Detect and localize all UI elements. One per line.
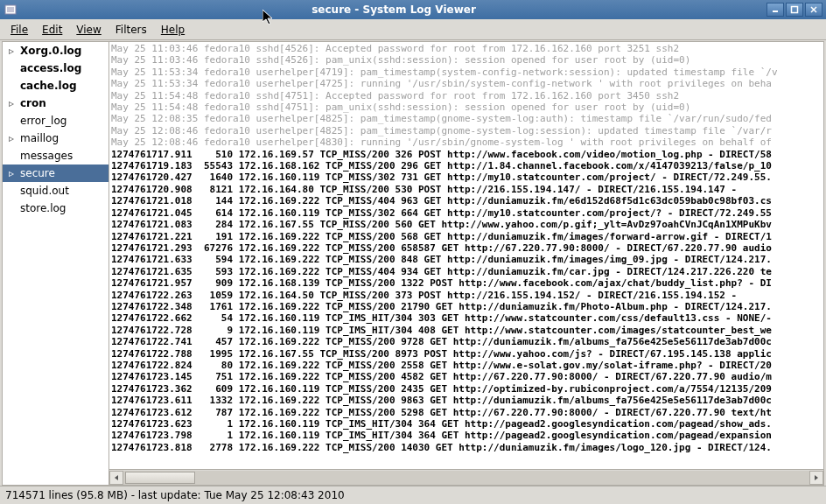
maximize-button[interactable] <box>786 3 803 17</box>
menu-filters[interactable]: Filters <box>108 22 154 38</box>
status-text: 714571 lines (95.8 MB) - last update: Tu… <box>5 489 345 501</box>
sidebar-item-label: maillog <box>17 132 59 144</box>
sidebar-item-error-log[interactable]: error_log <box>3 112 108 130</box>
expander-icon[interactable]: ▹ <box>6 132 17 144</box>
svg-marker-9 <box>815 475 818 480</box>
sidebar-item-label: secure <box>17 167 55 179</box>
expander-icon[interactable]: ▹ <box>6 167 17 179</box>
sidebar-item-label: messages <box>17 150 73 162</box>
sidebar-item-cron[interactable]: ▹cron <box>3 94 108 112</box>
sidebar-item-access-log[interactable]: access.log <box>3 60 108 77</box>
expander-icon[interactable]: ▹ <box>6 45 17 57</box>
title-bar: secure - System Log Viewer <box>0 0 826 19</box>
log-list: ▹Xorg.0.logaccess.logcache.log▹cronerror… <box>3 42 109 485</box>
close-button[interactable] <box>805 3 822 17</box>
menu-edit[interactable]: Edit <box>35 22 69 38</box>
menu-file[interactable]: File <box>4 22 35 38</box>
sidebar-item-label: cron <box>17 97 46 109</box>
sidebar-item-maillog[interactable]: ▹maillog <box>3 130 108 147</box>
log-area: May 25 11:03:46 fedora10 sshd[4526]: Acc… <box>109 42 823 485</box>
svg-marker-8 <box>115 475 118 480</box>
scroll-track[interactable] <box>123 471 809 485</box>
app-icon <box>4 3 18 17</box>
minimize-button[interactable] <box>766 3 784 17</box>
sidebar-item-label: access.log <box>17 62 81 74</box>
expander-icon[interactable]: ▹ <box>6 97 17 109</box>
window-buttons <box>766 3 826 17</box>
scroll-left-button[interactable] <box>109 471 123 485</box>
sidebar-item-label: cache.log <box>17 80 77 92</box>
status-bar: 714571 lines (95.8 MB) - last update: Tu… <box>0 486 826 503</box>
sidebar-item-squid-out[interactable]: squid.out <box>3 182 108 200</box>
sidebar-item-cache-log[interactable]: cache.log <box>3 77 108 94</box>
scroll-thumb[interactable] <box>125 472 195 484</box>
sidebar-item-messages[interactable]: messages <box>3 147 108 164</box>
sidebar-item-label: squid.out <box>17 185 69 197</box>
sidebar-item-label: error_log <box>17 115 66 127</box>
log-content[interactable]: May 25 11:03:46 fedora10 sshd[4526]: Acc… <box>109 42 823 469</box>
scroll-right-button[interactable] <box>809 471 823 485</box>
window-title: secure - System Log Viewer <box>21 4 766 16</box>
horizontal-scrollbar[interactable] <box>109 469 823 485</box>
menu-bar: File Edit View Filters Help <box>0 19 826 40</box>
menu-view[interactable]: View <box>69 22 108 38</box>
sidebar-item-label: store.log <box>17 202 66 214</box>
sidebar-item-label: Xorg.0.log <box>17 45 81 57</box>
svg-rect-5 <box>792 7 798 13</box>
menu-help[interactable]: Help <box>154 22 192 38</box>
sidebar-item-xorg-0-log[interactable]: ▹Xorg.0.log <box>3 42 108 60</box>
main-pane: ▹Xorg.0.logaccess.logcache.log▹cronerror… <box>2 41 824 486</box>
sidebar-item-secure[interactable]: ▹secure <box>3 164 108 182</box>
sidebar-item-store-log[interactable]: store.log <box>3 200 108 217</box>
